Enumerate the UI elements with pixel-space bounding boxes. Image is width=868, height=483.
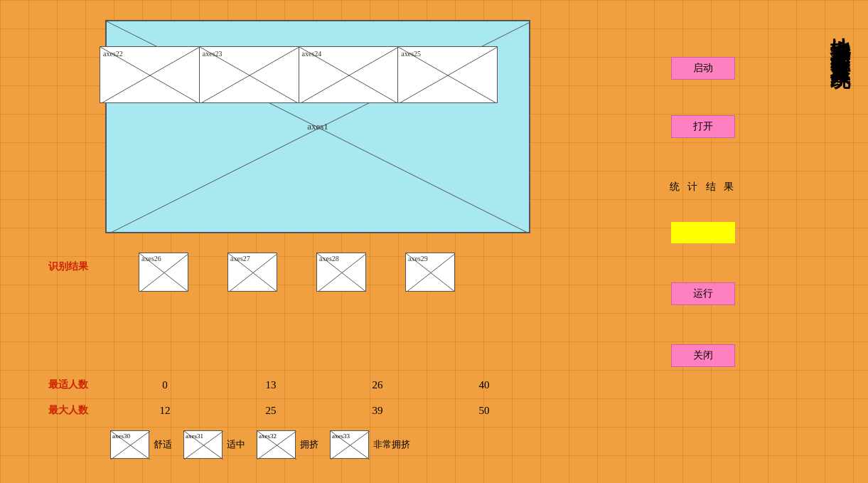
stat-label: 统 计 结 果 <box>670 181 737 193</box>
small-thumb-label-3: axes29 <box>408 255 428 262</box>
min-val-3: 40 <box>431 379 537 391</box>
min-val-0: 0 <box>112 379 218 391</box>
legend-thumb-0: axes30 <box>110 430 149 459</box>
legend-thumb-3: axes33 <box>330 430 369 459</box>
max-persons-row: 最大人数 12 25 39 50 <box>48 404 537 417</box>
min-val-1: 13 <box>218 379 324 391</box>
small-thumb-label-0: axes26 <box>141 255 161 262</box>
small-thumb-1: axes27 <box>227 253 277 292</box>
max-persons-label: 最大人数 <box>48 404 112 417</box>
main-axes-label: axes1 <box>307 121 328 132</box>
legend-text-1: 适中 <box>227 438 245 451</box>
legend-thumb-label-0: axes30 <box>112 432 130 440</box>
legend-row: axes30 舒适 axes31 适中 axes32 拥挤 <box>110 430 410 459</box>
max-val-0: 12 <box>112 405 218 417</box>
strip-panel-2: axes24 <box>299 47 399 102</box>
small-thumb-label-2: axes28 <box>319 255 339 262</box>
legend-text-0: 舒适 <box>154 438 172 451</box>
run-button[interactable]: 运行 <box>671 282 735 305</box>
legend-text-3: 非常拥挤 <box>373 438 410 451</box>
strip-panel-1: axes23 <box>200 47 299 102</box>
open-button[interactable]: 打开 <box>671 115 735 138</box>
legend-thumb-label-1: axes31 <box>186 432 203 440</box>
legend-thumb-label-2: axes32 <box>259 432 277 440</box>
yellow-indicator <box>671 222 735 243</box>
max-val-1: 25 <box>218 405 324 417</box>
strip-panel-0: axes22 <box>100 47 200 102</box>
legend-thumb-2: axes32 <box>257 430 296 459</box>
small-thumb-0: axes26 <box>139 253 188 292</box>
max-val-2: 39 <box>324 405 431 417</box>
right-panel: 启动 打开 统 计 结 果 运行 关闭 <box>670 57 737 367</box>
max-val-3: 50 <box>431 405 537 417</box>
min-val-2: 26 <box>324 379 431 391</box>
small-thumb-2: axes28 <box>316 253 366 292</box>
legend-text-2: 拥挤 <box>300 438 318 451</box>
legend-thumb-1: axes31 <box>183 430 223 459</box>
small-thumb-3: axes29 <box>405 253 455 292</box>
strip-panel-3: axes25 <box>398 47 497 102</box>
strip-label-0: axes22 <box>103 50 123 58</box>
recognition-label: 识别结果 <box>48 260 88 273</box>
strip-label-3: axes25 <box>401 50 421 58</box>
min-persons-label: 最适人数 <box>48 378 112 391</box>
small-thumbs-row: axes26 axes27 axes28 axes29 <box>139 253 455 292</box>
strip-label-2: axes24 <box>302 50 322 58</box>
strip-label-1: axes23 <box>203 50 223 58</box>
app-title: 地铁车厢拥挤程度监控系统 <box>795 21 852 55</box>
min-persons-row: 最适人数 0 13 26 40 <box>48 378 537 391</box>
start-button[interactable]: 启动 <box>671 57 735 80</box>
small-thumb-label-1: axes27 <box>230 255 250 262</box>
wide-strip: axes22 axes23 axes24 axes25 <box>100 46 498 103</box>
legend-thumb-label-3: axes33 <box>332 432 350 440</box>
close-button[interactable]: 关闭 <box>671 344 735 367</box>
